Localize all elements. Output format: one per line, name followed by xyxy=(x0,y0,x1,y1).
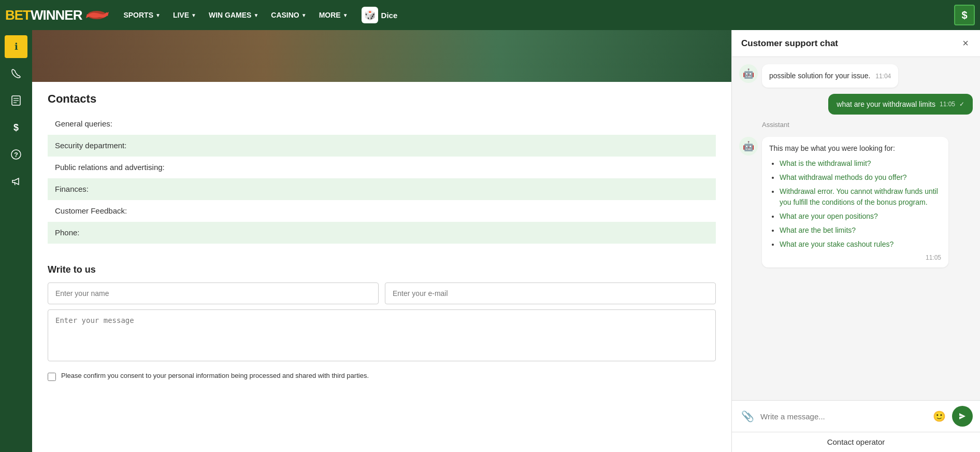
svg-text:?: ? xyxy=(14,151,18,159)
user-message-row: what are your withdrawal limits 11:05 ✓ xyxy=(739,94,973,115)
chat-title: Customer support chat xyxy=(741,38,838,49)
suggestion-link-3[interactable]: What are your open positions? xyxy=(780,212,878,220)
bot-avatar-1: 🤖 xyxy=(739,64,758,83)
user-message-checkmark: ✓ xyxy=(959,101,964,108)
bot-avatar-2: 🤖 xyxy=(739,137,758,156)
consent-checkbox[interactable] xyxy=(48,373,56,381)
sidebar-item-promo[interactable] xyxy=(5,170,27,193)
chat-panel: Customer support chat × 🤖 possible solut… xyxy=(731,30,980,452)
sidebar-item-help[interactable]: ? xyxy=(5,143,27,166)
user-bubble: what are your withdrawal limits 11:05 ✓ xyxy=(828,94,973,115)
hero-image-bg xyxy=(32,30,731,82)
svg-text:$: $ xyxy=(13,122,19,133)
bot-bubble-1: possible solution for your issue. 11:04 xyxy=(762,64,898,88)
logo[interactable]: BETWINNER xyxy=(5,7,112,23)
account-dollar[interactable]: $ xyxy=(954,5,975,25)
emoji-button[interactable]: 🙂 xyxy=(931,408,948,425)
write-us-title: Write to us xyxy=(48,264,716,275)
contact-row-pr: Public relations and advertising: xyxy=(48,157,716,178)
suggestion-item-5: What are your stake cashout rules? xyxy=(780,239,941,250)
sidebar-item-info[interactable]: ℹ xyxy=(5,35,27,58)
chat-header: Customer support chat × xyxy=(732,30,980,57)
contact-operator-button[interactable]: Contact operator xyxy=(827,437,885,446)
write-us-name-email-row xyxy=(48,282,716,304)
contact-row-general: General queries: xyxy=(48,113,716,135)
chat-input-area: 📎 🙂 xyxy=(732,400,980,432)
bot-message-text-1: possible solution for your issue. 11:04 xyxy=(769,72,891,80)
nav-win-games[interactable]: WIN GAMES ▼ xyxy=(204,8,264,22)
dollar-icon: $ xyxy=(11,122,21,133)
navbar: BETWINNER SPORTS ▼ LIVE ▼ WIN GAMES ▼ CA… xyxy=(0,0,980,30)
sidebar-item-dollar[interactable]: $ xyxy=(5,116,27,139)
suggestion-link-5[interactable]: What are your stake cashout rules? xyxy=(780,240,893,248)
chat-close-button[interactable]: × xyxy=(960,37,971,49)
dice-nav[interactable]: 🎲 Dice xyxy=(355,4,404,26)
megaphone-icon xyxy=(11,176,21,187)
center-content: Contacts General queries: Security depar… xyxy=(32,30,731,452)
contacts-title: Contacts xyxy=(48,92,716,106)
sidebar-item-phone[interactable] xyxy=(5,62,27,85)
suggestion-link-4[interactable]: What are the bet limits? xyxy=(780,226,856,234)
contact-row-phone: Phone: xyxy=(48,222,716,244)
logo-icon xyxy=(85,7,109,23)
nav-casino[interactable]: CASINO ▼ xyxy=(266,8,311,22)
consent-text: Please confirm you consent to your perso… xyxy=(61,372,369,379)
document-icon xyxy=(11,95,21,106)
sports-chevron: ▼ xyxy=(155,12,161,18)
send-button[interactable] xyxy=(952,406,973,427)
logo-winner: WINNER xyxy=(31,7,82,23)
bot-bubble-2: This may be what you were looking for: W… xyxy=(762,137,948,267)
main-layout: ℹ $ ? xyxy=(0,30,980,452)
suggestion-item-4: What are the bet limits? xyxy=(780,225,941,236)
assistant-label: Assistant xyxy=(739,121,973,129)
nav-live[interactable]: LIVE ▼ xyxy=(168,8,201,22)
suggestion-item-3: What are your open positions? xyxy=(780,211,941,222)
live-chevron: ▼ xyxy=(191,12,196,18)
consent-row: Please confirm you consent to your perso… xyxy=(48,363,716,389)
bot-message-row-1: 🤖 possible solution for your issue. 11:0… xyxy=(739,64,973,88)
user-message-text: what are your withdrawal limits xyxy=(837,100,935,108)
phone-icon xyxy=(11,68,21,79)
message-textarea[interactable] xyxy=(48,309,716,361)
sidebar-item-document[interactable] xyxy=(5,89,27,112)
nav-sports[interactable]: SPORTS ▼ xyxy=(118,8,165,22)
suggestion-list: What is the withdrawal limit? What withd… xyxy=(769,158,941,250)
chat-footer: Contact operator xyxy=(732,432,980,452)
email-input[interactable] xyxy=(385,282,716,304)
dice-icon: 🎲 xyxy=(362,7,378,23)
suggestion-link-2[interactable]: Withdrawal error. You cannot withdraw fu… xyxy=(780,187,938,206)
contact-row-security: Security department: xyxy=(48,135,716,157)
win-games-chevron: ▼ xyxy=(253,12,258,18)
casino-chevron: ▼ xyxy=(301,12,307,18)
contact-row-feedback: Customer Feedback: xyxy=(48,200,716,222)
chat-message-input[interactable] xyxy=(760,412,927,421)
suggestion-link-0[interactable]: What is the withdrawal limit? xyxy=(780,159,871,167)
contact-row-finances: Finances: xyxy=(48,178,716,200)
bot-intro-text: This may be what you were looking for: xyxy=(769,143,941,154)
contacts-section: Contacts General queries: Security depar… xyxy=(32,82,731,254)
left-sidebar: ℹ $ ? xyxy=(0,30,32,452)
suggestion-item-2: Withdrawal error. You cannot withdraw fu… xyxy=(780,186,941,208)
write-us-section: Write to us Please confirm you consent t… xyxy=(32,254,731,400)
suggestion-item-1: What withdrawal methods do you offer? xyxy=(780,172,941,183)
chat-messages: 🤖 possible solution for your issue. 11:0… xyxy=(732,57,980,400)
more-chevron: ▼ xyxy=(343,12,348,18)
user-message-time: 11:05 xyxy=(940,101,955,108)
suggestion-item-0: What is the withdrawal limit? xyxy=(780,158,941,169)
assistant-message-time: 11:05 xyxy=(769,254,941,261)
dice-label: Dice xyxy=(381,11,398,20)
send-icon xyxy=(958,412,967,420)
hero-image xyxy=(32,30,731,82)
suggestion-link-1[interactable]: What withdrawal methods do you offer? xyxy=(780,173,907,181)
logo-bet: BET xyxy=(5,7,31,23)
question-icon: ? xyxy=(11,149,21,160)
nav-more[interactable]: MORE ▼ xyxy=(314,8,353,22)
attach-button[interactable]: 📎 xyxy=(739,408,756,425)
bot-message-row-2: 🤖 This may be what you were looking for:… xyxy=(739,137,973,267)
name-input[interactable] xyxy=(48,282,379,304)
